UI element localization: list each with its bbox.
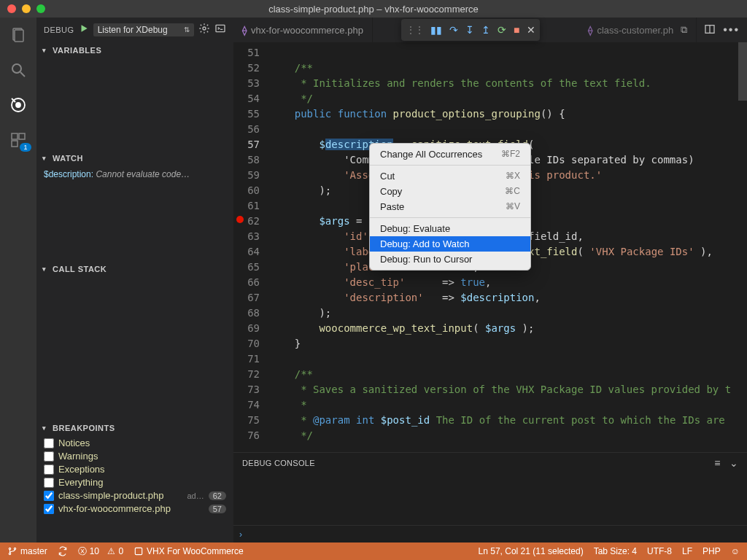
breakpoint-line-badge: 57 [209, 505, 226, 513]
watch-error: Cannot evaluate code… [96, 169, 190, 179]
context-menu-item[interactable]: Cut⌘X [370, 168, 530, 184]
close-window-button[interactable] [7, 4, 16, 13]
svg-point-16 [14, 548, 15, 549]
svg-rect-8 [19, 133, 25, 139]
callstack-label: CALL STACK [53, 265, 107, 273]
breakpoints-section-header[interactable]: ▾ BREAKPOINTS [36, 420, 233, 436]
breakpoint-glyph[interactable] [236, 216, 244, 223]
breakpoint-checkbox[interactable] [44, 438, 54, 448]
breakpoint-file[interactable]: vhx-for-woocommerce.php57 [44, 503, 226, 514]
start-debug-button[interactable] [79, 23, 89, 36]
debug-console-icon[interactable] [214, 23, 226, 36]
context-menu-item[interactable]: Debug: Add to Watch [370, 236, 530, 252]
cursor-position[interactable]: Ln 57, Col 21 (11 selected) [479, 546, 584, 556]
context-menu[interactable]: Change All Occurrences⌘F2Cut⌘XCopy⌘CPast… [369, 143, 531, 271]
scrollbar-thumb[interactable] [738, 42, 747, 101]
breakpoint-file-label: vhx-for-woocommerce.php [58, 503, 200, 514]
split-editor-icon[interactable] [704, 23, 716, 37]
watch-section-header[interactable]: ▾ WATCH [36, 150, 233, 166]
breakpoint-checkbox[interactable] [44, 464, 54, 475]
editor-tab[interactable]: ⟠ class-customer.ph ⧉ [579, 18, 697, 42]
feedback-icon[interactable]: ☺ [731, 546, 740, 556]
breakpoint-category[interactable]: Warnings [44, 451, 226, 462]
chevron-down-icon: ▾ [42, 47, 48, 54]
chevron-down-icon: ▾ [42, 424, 48, 432]
context-menu-item[interactable]: Change All Occurrences⌘F2 [370, 147, 530, 162]
breakpoint-file[interactable]: class-simple-product.phpad…62 [44, 490, 226, 501]
tab-label: class-customer.ph [597, 25, 673, 36]
window-controls [7, 4, 45, 13]
context-menu-item[interactable]: Paste⌘V [370, 199, 530, 214]
panel-collapse-icon[interactable]: ⌄ [729, 457, 738, 469]
panel-title: DEBUG CONSOLE [242, 459, 315, 467]
chevron-updown-icon: ⇅ [184, 26, 190, 34]
breakpoint-file-label: class-simple-product.php [58, 490, 183, 501]
search-icon[interactable] [8, 60, 28, 80]
maximize-window-button[interactable] [36, 4, 45, 13]
tab-size[interactable]: Tab Size: 4 [594, 546, 637, 556]
watch-expression[interactable]: $description: [44, 169, 93, 179]
debug-config-label: Listen for XDebug [98, 25, 168, 35]
editor-tab[interactable]: ⟠ vhx-for-woocommerce.php [233, 18, 373, 42]
context-menu-item[interactable]: Debug: Run to Cursor [370, 252, 530, 267]
more-icon[interactable]: ••• [723, 23, 740, 36]
svg-line-3 [20, 72, 25, 77]
explorer-icon[interactable] [8, 25, 28, 45]
breakpoint-label: Exceptions [58, 464, 226, 475]
svg-point-14 [9, 548, 10, 549]
drag-handle-icon[interactable]: ⋮⋮ [406, 24, 423, 36]
project-status[interactable]: VHX For WooCommerce [133, 546, 243, 556]
step-out-button[interactable]: ↥ [481, 24, 490, 36]
breakpoint-category[interactable]: Everything [44, 477, 226, 488]
svg-point-10 [203, 27, 206, 30]
compare-icon[interactable]: ⧉ [681, 24, 687, 36]
git-branch[interactable]: master [7, 546, 47, 556]
branch-name: master [20, 546, 47, 556]
svg-point-2 [12, 64, 21, 73]
variables-section-header[interactable]: ▾ VARIABLES [36, 42, 233, 58]
debug-icon[interactable] [8, 95, 28, 115]
context-menu-item[interactable]: Debug: Evaluate [370, 221, 530, 236]
chevron-right-icon: › [239, 529, 242, 540]
stop-button[interactable]: ■ [514, 24, 519, 36]
chevron-down-icon: ▾ [42, 265, 48, 273]
problems-status[interactable]: ⓧ10 ⚠0 [78, 545, 123, 558]
debug-floating-toolbar[interactable]: ⋮⋮ ▮▮ ↷ ↧ ↥ ⟳ ■ ✕ [401, 19, 540, 41]
debug-sidebar: DEBUG Listen for XDebug ⇅ ▾ VARIABLES ▾ … [36, 18, 233, 542]
tab-label: vhx-for-woocommerce.php [251, 25, 363, 36]
breakpoint-checkbox[interactable] [44, 478, 54, 488]
language-mode[interactable]: PHP [703, 546, 721, 556]
breakpoint-category[interactable]: Notices [44, 438, 226, 448]
close-toolbar-button[interactable]: ✕ [527, 24, 535, 36]
breakpoint-label: Warnings [58, 451, 226, 462]
gear-icon[interactable] [198, 23, 210, 36]
breakpoint-category[interactable]: Exceptions [44, 464, 226, 475]
breakpoint-checkbox[interactable] [44, 491, 54, 501]
restart-button[interactable]: ⟳ [498, 24, 506, 36]
eol[interactable]: LF [682, 546, 692, 556]
variables-label: VARIABLES [53, 46, 101, 55]
debug-config-select[interactable]: Listen for XDebug ⇅ [93, 23, 194, 36]
extensions-icon[interactable]: 1 [8, 130, 28, 150]
breakpoints-list: Notices Warnings Exceptions Everything c… [36, 436, 233, 516]
menu-separator [370, 217, 530, 218]
breakpoints-label: BREAKPOINTS [53, 424, 115, 432]
minimize-window-button[interactable] [22, 4, 31, 13]
svg-rect-7 [12, 133, 18, 139]
svg-point-15 [9, 553, 10, 554]
callstack-section-header[interactable]: ▾ CALL STACK [36, 261, 233, 277]
debug-console-input[interactable]: › [233, 525, 747, 542]
breakpoint-checkbox[interactable] [44, 451, 54, 462]
git-sync[interactable] [58, 546, 68, 556]
panel-settings-icon[interactable]: ≡ [714, 457, 720, 469]
breakpoint-checkbox[interactable] [44, 504, 54, 514]
svg-rect-1 [15, 30, 23, 42]
step-into-button[interactable]: ↧ [465, 24, 474, 36]
encoding[interactable]: UTF-8 [647, 546, 672, 556]
debug-label: DEBUG [44, 26, 74, 34]
php-file-icon: ⟠ [588, 25, 592, 36]
step-over-button[interactable]: ↷ [449, 24, 458, 36]
debug-console-panel: DEBUG CONSOLE ≡ ⌄ › [233, 452, 747, 542]
pause-button[interactable]: ▮▮ [430, 24, 442, 36]
context-menu-item[interactable]: Copy⌘C [370, 184, 530, 199]
